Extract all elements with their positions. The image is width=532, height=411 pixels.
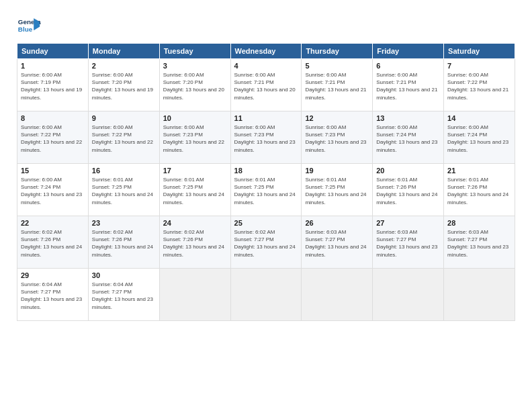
day-info: Sunrise: 6:02 AMSunset: 7:26 PMDaylight:… (92, 229, 153, 258)
svg-text:Blue: Blue (18, 26, 33, 33)
day-info: Sunrise: 6:00 AMSunset: 7:21 PMDaylight:… (305, 72, 366, 101)
day-info: Sunrise: 6:00 AMSunset: 7:19 PMDaylight:… (21, 72, 82, 101)
day-number: 14 (447, 114, 511, 122)
calendar-cell (159, 269, 230, 321)
day-info: Sunrise: 6:00 AMSunset: 7:22 PMDaylight:… (21, 124, 82, 153)
calendar-cell: 11 Sunrise: 6:00 AMSunset: 7:23 PMDaylig… (230, 111, 302, 164)
calendar-cell: 20 Sunrise: 6:01 AMSunset: 7:26 PMDaylig… (373, 164, 444, 216)
calendar-cell (302, 269, 373, 321)
day-info: Sunrise: 6:02 AMSunset: 7:27 PMDaylight:… (234, 229, 296, 258)
day-number: 16 (92, 167, 156, 175)
day-info: Sunrise: 6:02 AMSunset: 7:26 PMDaylight:… (21, 229, 82, 258)
calendar-cell: 25 Sunrise: 6:02 AMSunset: 7:27 PMDaylig… (230, 216, 302, 269)
day-number: 13 (376, 114, 440, 122)
calendar-cell: 29 Sunrise: 6:04 AMSunset: 7:27 PMDaylig… (17, 269, 89, 321)
weekday-wednesday: Wednesday (230, 44, 302, 59)
day-info: Sunrise: 6:00 AMSunset: 7:24 PMDaylight:… (376, 124, 437, 153)
day-info: Sunrise: 6:00 AMSunset: 7:21 PMDaylight:… (234, 72, 296, 101)
day-info: Sunrise: 6:03 AMSunset: 7:27 PMDaylight:… (447, 229, 508, 258)
calendar-cell: 4 Sunrise: 6:00 AMSunset: 7:21 PMDayligh… (230, 59, 302, 111)
day-number: 9 (92, 114, 156, 122)
day-number: 1 (21, 62, 85, 70)
calendar-cell: 15 Sunrise: 6:00 AMSunset: 7:24 PMDaylig… (17, 164, 89, 216)
calendar-cell: 9 Sunrise: 6:00 AMSunset: 7:22 PMDayligh… (88, 111, 159, 164)
day-info: Sunrise: 6:00 AMSunset: 7:23 PMDaylight:… (163, 124, 224, 153)
day-number: 28 (447, 219, 511, 227)
day-info: Sunrise: 6:00 AMSunset: 7:23 PMDaylight:… (305, 124, 366, 153)
day-info: Sunrise: 6:00 AMSunset: 7:23 PMDaylight:… (234, 124, 296, 153)
day-info: Sunrise: 6:03 AMSunset: 7:27 PMDaylight:… (376, 229, 437, 258)
day-number: 29 (21, 271, 85, 279)
day-number: 8 (21, 114, 85, 122)
day-info: Sunrise: 6:00 AMSunset: 7:20 PMDaylight:… (163, 72, 224, 101)
day-info: Sunrise: 6:04 AMSunset: 7:27 PMDaylight:… (92, 281, 153, 310)
day-number: 19 (305, 167, 369, 175)
calendar-cell: 27 Sunrise: 6:03 AMSunset: 7:27 PMDaylig… (373, 216, 444, 269)
calendar-week-row: 29 Sunrise: 6:04 AMSunset: 7:27 PMDaylig… (17, 269, 515, 321)
day-number: 3 (163, 62, 227, 70)
day-info: Sunrise: 6:00 AMSunset: 7:22 PMDaylight:… (447, 72, 508, 101)
day-info: Sunrise: 6:00 AMSunset: 7:21 PMDaylight:… (376, 72, 437, 101)
header: General Blue (17, 13, 515, 38)
calendar-cell: 23 Sunrise: 6:02 AMSunset: 7:26 PMDaylig… (88, 216, 159, 269)
calendar-cell: 12 Sunrise: 6:00 AMSunset: 7:23 PMDaylig… (302, 111, 373, 164)
calendar-cell (444, 269, 515, 321)
calendar-cell (373, 269, 444, 321)
day-number: 11 (234, 114, 298, 122)
weekday-saturday: Saturday (444, 44, 515, 59)
day-info: Sunrise: 6:00 AMSunset: 7:24 PMDaylight:… (21, 177, 82, 205)
day-number: 24 (163, 219, 227, 227)
day-number: 26 (305, 219, 369, 227)
calendar-week-row: 1 Sunrise: 6:00 AMSunset: 7:19 PMDayligh… (17, 59, 515, 111)
day-number: 2 (92, 62, 156, 70)
weekday-friday: Friday (373, 44, 444, 59)
day-info: Sunrise: 6:00 AMSunset: 7:22 PMDaylight:… (92, 124, 153, 153)
day-info: Sunrise: 6:00 AMSunset: 7:20 PMDaylight:… (92, 72, 153, 101)
day-info: Sunrise: 6:01 AMSunset: 7:25 PMDaylight:… (92, 177, 153, 205)
calendar-cell: 6 Sunrise: 6:00 AMSunset: 7:21 PMDayligh… (373, 59, 444, 111)
day-number: 5 (305, 62, 369, 70)
day-number: 7 (447, 62, 511, 70)
logo-icon: General Blue (17, 13, 41, 38)
day-number: 27 (376, 219, 440, 227)
calendar-cell: 2 Sunrise: 6:00 AMSunset: 7:20 PMDayligh… (88, 59, 159, 111)
day-number: 21 (447, 167, 511, 175)
logo: General Blue (17, 13, 44, 38)
day-number: 4 (234, 62, 298, 70)
calendar-cell: 24 Sunrise: 6:02 AMSunset: 7:26 PMDaylig… (159, 216, 230, 269)
day-info: Sunrise: 6:01 AMSunset: 7:25 PMDaylight:… (234, 177, 296, 205)
day-info: Sunrise: 6:03 AMSunset: 7:27 PMDaylight:… (305, 229, 366, 258)
day-number: 22 (21, 219, 85, 227)
calendar-cell: 1 Sunrise: 6:00 AMSunset: 7:19 PMDayligh… (17, 59, 89, 111)
page: General Blue SundayMondayTuesdayWednesda… (0, 0, 532, 411)
calendar-cell: 22 Sunrise: 6:02 AMSunset: 7:26 PMDaylig… (17, 216, 89, 269)
day-info: Sunrise: 6:02 AMSunset: 7:26 PMDaylight:… (163, 229, 224, 258)
calendar-cell: 10 Sunrise: 6:00 AMSunset: 7:23 PMDaylig… (159, 111, 230, 164)
weekday-tuesday: Tuesday (159, 44, 230, 59)
calendar-cell: 5 Sunrise: 6:00 AMSunset: 7:21 PMDayligh… (302, 59, 373, 111)
day-info: Sunrise: 6:01 AMSunset: 7:25 PMDaylight:… (305, 177, 366, 205)
calendar-week-row: 8 Sunrise: 6:00 AMSunset: 7:22 PMDayligh… (17, 111, 515, 164)
calendar-cell: 7 Sunrise: 6:00 AMSunset: 7:22 PMDayligh… (444, 59, 515, 111)
calendar-cell: 3 Sunrise: 6:00 AMSunset: 7:20 PMDayligh… (159, 59, 230, 111)
day-number: 17 (163, 167, 227, 175)
day-info: Sunrise: 6:01 AMSunset: 7:26 PMDaylight:… (447, 177, 508, 205)
calendar-cell: 21 Sunrise: 6:01 AMSunset: 7:26 PMDaylig… (444, 164, 515, 216)
day-number: 25 (234, 219, 298, 227)
calendar-cell: 13 Sunrise: 6:00 AMSunset: 7:24 PMDaylig… (373, 111, 444, 164)
calendar-cell: 26 Sunrise: 6:03 AMSunset: 7:27 PMDaylig… (302, 216, 373, 269)
calendar-cell: 19 Sunrise: 6:01 AMSunset: 7:25 PMDaylig… (302, 164, 373, 216)
day-number: 10 (163, 114, 227, 122)
calendar-cell: 14 Sunrise: 6:00 AMSunset: 7:24 PMDaylig… (444, 111, 515, 164)
day-number: 20 (376, 167, 440, 175)
calendar-table: SundayMondayTuesdayWednesdayThursdayFrid… (17, 43, 515, 321)
calendar-cell: 16 Sunrise: 6:01 AMSunset: 7:25 PMDaylig… (88, 164, 159, 216)
calendar-cell (230, 269, 302, 321)
weekday-monday: Monday (88, 44, 159, 59)
calendar-cell: 17 Sunrise: 6:01 AMSunset: 7:25 PMDaylig… (159, 164, 230, 216)
day-number: 23 (92, 219, 156, 227)
weekday-header-row: SundayMondayTuesdayWednesdayThursdayFrid… (17, 44, 515, 59)
day-info: Sunrise: 6:01 AMSunset: 7:25 PMDaylight:… (163, 177, 224, 205)
calendar-week-row: 22 Sunrise: 6:02 AMSunset: 7:26 PMDaylig… (17, 216, 515, 269)
calendar-week-row: 15 Sunrise: 6:00 AMSunset: 7:24 PMDaylig… (17, 164, 515, 216)
